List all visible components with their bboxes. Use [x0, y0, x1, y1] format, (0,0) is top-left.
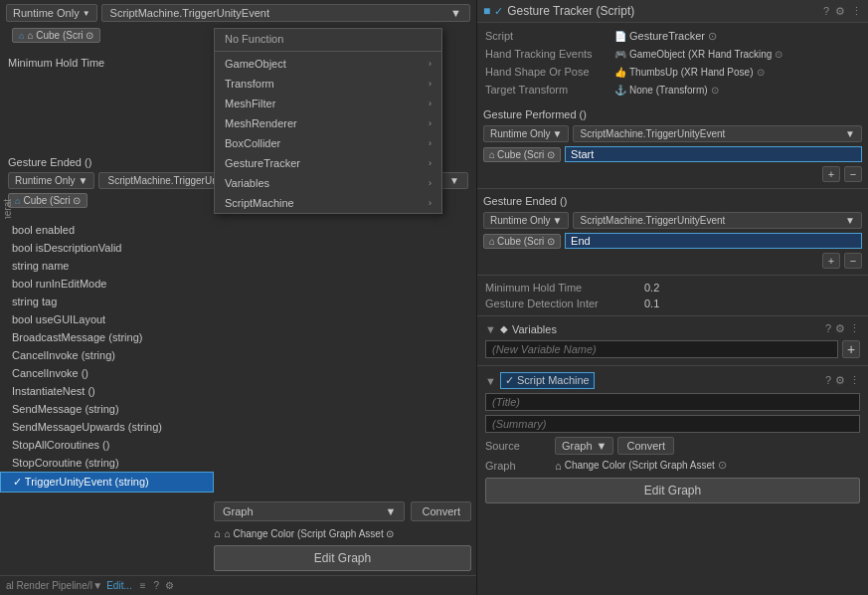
menu-item-gesturetracker[interactable]: GestureTracker ›	[215, 153, 441, 173]
script-trigger-dropdown-1[interactable]: ScriptMachine.TriggerUnityEvent ▼	[573, 125, 862, 142]
fn-bool-runineditmode[interactable]: bool runInEditMode	[0, 275, 214, 293]
hand-link-icon[interactable]: ⊙	[775, 49, 782, 60]
cube-input-row-2: ⌂ Cube (Scri ⊙	[483, 231, 862, 251]
cube-icon: ⌂	[19, 31, 24, 41]
chevron-icon: ›	[429, 178, 432, 188]
menu-item-gameobject[interactable]: GameObject ›	[215, 54, 441, 74]
top-bar: Runtime Only ▼ ScriptMachine.TriggerUnit…	[0, 0, 476, 26]
cube-tag[interactable]: ⌂ ⌂ Cube (Scri ⊙	[12, 28, 100, 43]
menu-item-boxcollider[interactable]: BoxCollider ›	[215, 133, 441, 153]
cube-tag-sm-1[interactable]: ⌂ Cube (Scri ⊙	[483, 147, 561, 162]
fn-bool-useGUI[interactable]: bool useGUILayout	[0, 310, 214, 328]
trigger-arrow-2: ▼	[845, 215, 855, 226]
fn-stopallcoroutines[interactable]: StopAllCoroutines ()	[0, 436, 214, 454]
runtime-btn-2[interactable]: Runtime Only ▼	[483, 212, 569, 229]
runtime-dropdown[interactable]: Runtime Only ▼	[6, 4, 97, 22]
script-machine-trigger-dropdown[interactable]: ScriptMachine.TriggerUnityEvent ▼	[101, 4, 470, 22]
new-variable-input[interactable]	[485, 340, 838, 358]
cube2-tag[interactable]: ⌂ Cube (Scri ⊙	[8, 193, 87, 208]
menu-item-meshrenderer[interactable]: MeshRenderer ›	[215, 113, 441, 133]
convert-button[interactable]: Convert	[411, 501, 471, 521]
more-icon[interactable]: ⋮	[851, 5, 862, 18]
help-icon[interactable]: ?	[823, 5, 829, 18]
dropdown-menu: No Function GameObject › Transform › Mes…	[214, 28, 442, 214]
dropdown-arrow: ▼	[450, 7, 461, 19]
fn-broadcastmessage[interactable]: BroadcastMessage (string)	[0, 328, 214, 346]
fn-stopcoroutine[interactable]: StopCoroutine (string)	[0, 454, 214, 472]
thumb-icon: 👍	[614, 67, 626, 78]
list-icon[interactable]: ≡	[140, 580, 146, 591]
menu-item-transform[interactable]: Transform ›	[215, 74, 441, 94]
var-more-icon[interactable]: ⋮	[849, 322, 860, 335]
fn-cancelinvoke-str[interactable]: CancelInvoke (string)	[0, 346, 214, 364]
menu-item-scriptmachine[interactable]: ScriptMachine ›	[215, 193, 441, 213]
graph-dropdown[interactable]: Graph ▼	[214, 501, 405, 521]
runtime-btn-1[interactable]: Runtime Only ▼	[483, 125, 569, 142]
summary-input[interactable]	[485, 415, 860, 433]
fn-instantiatenest[interactable]: InstantiateNest ()	[0, 382, 214, 400]
source-convert-button[interactable]: Convert	[617, 437, 674, 455]
cube2-icon: ⌂	[15, 196, 20, 206]
fn-sendmessageup[interactable]: SendMessageUpwards (string)	[0, 418, 214, 436]
end-input[interactable]	[565, 233, 862, 249]
transform-link-icon[interactable]: ⊙	[711, 85, 719, 96]
edit-label[interactable]: Edit...	[106, 580, 132, 591]
chevron-icon: ›	[429, 79, 432, 89]
title-input[interactable]	[485, 393, 860, 411]
script-link-icon[interactable]: ⊙	[708, 30, 717, 43]
hand-tracking-value: 🎮 GameObject (XR Hand Tracking ⊙	[614, 49, 860, 60]
chevron-icon: ›	[429, 198, 432, 208]
menu-item-variables[interactable]: Variables ›	[215, 173, 441, 193]
sm-help-icon[interactable]: ?	[825, 374, 831, 387]
start-input[interactable]	[565, 146, 862, 162]
vars-icon: ◆	[500, 323, 508, 334]
cube-tag-sm-2[interactable]: ⌂ Cube (Scri ⊙	[483, 234, 561, 249]
var-icons: ? ⚙ ⋮	[825, 322, 860, 335]
change-color-row: ⌂ ⌂ Change Color (Script Graph Asset ⊙	[0, 525, 477, 541]
graph-asset-value: ⌂ Change Color (Script Graph Asset ⊙	[555, 459, 860, 472]
plus-button-2[interactable]: +	[822, 253, 840, 269]
settings-icon2[interactable]: ⚙	[165, 580, 174, 591]
menu-item-meshfilter[interactable]: MeshFilter ›	[215, 94, 441, 113]
sm-more-icon[interactable]: ⋮	[849, 374, 860, 387]
plus-minus-row-1: + −	[483, 164, 862, 184]
fn-triggerunityevent[interactable]: ✓ TriggerUnityEvent (string)	[0, 472, 214, 493]
script-file-icon: 📄	[614, 31, 626, 42]
add-variable-button[interactable]: +	[842, 340, 860, 358]
info-table: Script 📄 GestureTracker ⊙ Hand Tracking …	[477, 23, 868, 102]
minus-button-2[interactable]: −	[844, 253, 862, 269]
edit-graph-button[interactable]: Edit Graph	[214, 545, 471, 571]
fn-string-tag[interactable]: string tag	[0, 293, 214, 310]
dropdown2-arrow: ▼	[449, 175, 459, 186]
fn-bool-enabled[interactable]: bool enabled	[0, 221, 214, 239]
var-help-icon[interactable]: ?	[825, 322, 831, 335]
edit-graph-right-button[interactable]: Edit Graph	[485, 478, 860, 503]
fn-bool-isdesc[interactable]: bool isDescriptionValid	[0, 239, 214, 257]
source-dropdown[interactable]: Graph ▼	[555, 437, 613, 455]
sm-settings-icon[interactable]: ⚙	[835, 374, 845, 387]
right-panel: ■ ✓ Gesture Tracker (Script) ? ⚙ ⋮ Scrip…	[477, 0, 868, 595]
plus-button-1[interactable]: +	[822, 166, 840, 182]
fn-sendmessage[interactable]: SendMessage (string)	[0, 400, 214, 418]
script-trigger-dropdown-2[interactable]: ScriptMachine.TriggerUnityEvent ▼	[573, 212, 862, 229]
gamepad-icon: 🎮	[614, 49, 626, 60]
script-value: 📄 GestureTracker ⊙	[614, 30, 860, 43]
target-transform-row: Target Transform ⚓ None (Transform) ⊙	[485, 81, 860, 99]
runtime2-dropdown[interactable]: Runtime Only ▼	[8, 172, 94, 189]
var-settings-icon[interactable]: ⚙	[835, 322, 845, 335]
fn-cancelinvoke[interactable]: CancelInvoke ()	[0, 364, 214, 382]
graph-dropdown-arrow: ▼	[386, 505, 397, 517]
settings-icon[interactable]: ⚙	[835, 5, 845, 18]
no-function-item[interactable]: No Function	[215, 29, 441, 49]
fn-string-name[interactable]: string name	[0, 257, 214, 275]
question-icon[interactable]: ?	[154, 580, 160, 591]
source-row: Source Graph ▼ Convert	[485, 435, 860, 457]
graph-link-icon[interactable]: ⊙	[718, 459, 727, 472]
header-icons: ? ⚙ ⋮	[823, 5, 862, 18]
min-hold-value: 0.2	[644, 282, 659, 294]
minus-button-1[interactable]: −	[844, 166, 862, 182]
source-label: Source	[485, 440, 555, 452]
checkmark-icon: ✓	[494, 5, 503, 18]
shape-link-icon[interactable]: ⊙	[757, 67, 765, 78]
script-machine-trigger-label: ScriptMachine.TriggerUnityEvent	[110, 7, 269, 19]
